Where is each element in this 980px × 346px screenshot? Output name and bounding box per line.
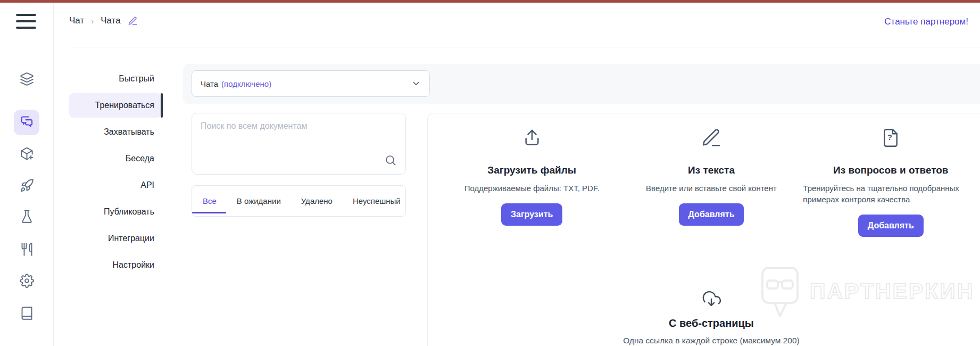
top-red-bar [0, 0, 980, 3]
breadcrumb-separator: › [91, 17, 94, 26]
active-tab-underline [192, 212, 226, 213]
nav-item-quick[interactable]: Быстрый [69, 67, 161, 91]
sidebar-item-chat[interactable] [14, 110, 39, 135]
training-sources-panel: Загрузить файлы Поддерживаемые файлы: TX… [427, 113, 980, 346]
nav-item-integrations[interactable]: Интеграции [69, 226, 161, 251]
breadcrumb-root[interactable]: Чат [69, 15, 84, 26]
from-qa-card: ? Из вопросов и ответов Тренируйтесь на … [801, 113, 980, 267]
active-nav-indicator [161, 93, 163, 118]
section-nav: Быстрый Тренироваться Захватывать Беседа… [69, 67, 161, 279]
card-title: Из текста [688, 164, 735, 176]
add-qa-button[interactable]: Добавлять [858, 215, 924, 237]
bot-select-dropdown[interactable]: Чата (подключено) [192, 70, 430, 97]
layers-icon [20, 72, 34, 88]
search-input[interactable] [200, 121, 383, 131]
box-add-icon [20, 146, 34, 163]
sidebar-item-flask[interactable] [14, 204, 39, 230]
card-title: Из вопросов и ответов [833, 164, 948, 176]
nav-item-conversation[interactable]: Беседа [69, 146, 161, 171]
rocket-icon [20, 178, 34, 195]
document-search-card [192, 113, 406, 175]
svg-text:?: ? [887, 133, 892, 142]
nav-item-settings[interactable]: Настройки [69, 253, 161, 277]
upload-button[interactable]: Загрузить [501, 203, 562, 226]
sidebar-item-book[interactable] [14, 301, 39, 327]
nav-item-train[interactable]: Тренироваться [69, 93, 161, 118]
tab-deleted[interactable]: Удалено [301, 196, 333, 205]
card-subtitle: Тренируйтесь на тщательно подобранных пр… [803, 183, 978, 205]
become-partner-link[interactable]: Станьте партнером! [884, 17, 968, 27]
breadcrumb-current: Чата [101, 15, 120, 26]
header-divider [69, 47, 980, 47]
breadcrumb: Чат › Чата [69, 15, 138, 26]
app-screen: Чат › Чата Станьте партнером! Быстрый Тр… [0, 0, 980, 346]
sidebar-item-settings[interactable] [14, 269, 39, 294]
cloud-download-icon [701, 289, 721, 309]
chat-bubbles-icon [20, 114, 34, 131]
question-document-icon: ? [880, 126, 901, 150]
edit-title-pencil-icon[interactable] [128, 16, 138, 26]
utensils-icon [20, 242, 34, 259]
web-section-subtitle: Одна ссылка в каждой строке (максимум 20… [623, 336, 799, 345]
sidebar-item-layers[interactable] [14, 67, 39, 93]
sidebar-item-rocket[interactable] [14, 174, 39, 199]
add-text-button[interactable]: Добавлять [679, 203, 744, 226]
nav-item-capture[interactable]: Захватывать [69, 120, 161, 144]
card-subtitle: Введите или вставьте свой контент [646, 183, 777, 194]
pencil-icon [701, 126, 722, 150]
book-icon [20, 306, 34, 323]
upload-icon [521, 126, 543, 150]
card-title: Загрузить файлы [487, 164, 576, 176]
bot-connected-status: (подключено) [221, 79, 271, 88]
from-webpage-section: С веб-страницы Одна ссылка в каждой стро… [442, 267, 980, 345]
chevron-down-icon [411, 79, 421, 88]
sidebar-item-box-add[interactable] [14, 142, 39, 167]
from-text-card: Из текста Введите или вставьте свой конт… [621, 113, 801, 267]
hamburger-menu-icon[interactable] [16, 14, 36, 29]
nav-item-publish[interactable]: Публиковать [69, 200, 161, 224]
sidebar-item-utensils[interactable] [14, 237, 39, 263]
tab-pending[interactable]: В ожидании [237, 196, 281, 205]
nav-item-api[interactable]: API [69, 173, 161, 197]
card-subtitle: Поддерживаемые файлы: TXT, PDF. [464, 183, 600, 194]
gear-icon [20, 274, 34, 290]
document-filter-tabs: Все В ожидании Удалено Неуспешный [192, 185, 406, 217]
tab-all[interactable]: Все [203, 196, 217, 205]
bot-select-value: Чата [201, 79, 218, 88]
source-cards-row: Загрузить файлы Поддерживаемые файлы: TX… [442, 113, 980, 267]
flask-icon [20, 209, 34, 226]
upload-files-card: Загрузить файлы Поддерживаемые файлы: TX… [442, 113, 621, 267]
web-section-title: С веб-страницы [669, 317, 754, 329]
tab-failed[interactable]: Неуспешный [353, 196, 401, 205]
search-icon[interactable] [384, 154, 397, 167]
icon-sidebar [0, 3, 54, 346]
